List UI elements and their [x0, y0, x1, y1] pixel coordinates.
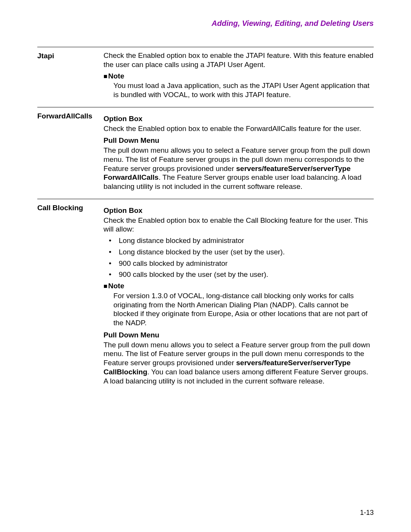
- cb-pulldown-body: The pull down menu allows you to select …: [104, 340, 374, 386]
- list-item: Long distance blocked by the user (set b…: [104, 248, 374, 257]
- chapter-title: Adding, Viewing, Editing, and Deleting U…: [37, 19, 374, 28]
- page-number: 1-13: [360, 509, 374, 517]
- label-callblocking: Call Blocking: [37, 203, 104, 212]
- pulldown-heading: Pull Down Menu: [104, 136, 374, 145]
- content-forwardallcalls: Option Box Check the Enabled option box …: [104, 111, 374, 193]
- section-jtapi: Jtapi Check the Enabled option box to en…: [37, 47, 374, 102]
- content-callblocking: Option Box Check the Enabled option box …: [104, 203, 374, 388]
- fac-pulldown-body: The pull down menu allows you to select …: [104, 146, 374, 191]
- pulldown-heading: Pull Down Menu: [104, 331, 374, 340]
- list-item: 900 calls blocked by the user (set by th…: [104, 270, 374, 279]
- cb-bullet-list: Long distance blocked by administrator L…: [104, 236, 374, 279]
- list-item: Long distance blocked by administrator: [104, 236, 374, 245]
- page: Adding, Viewing, Editing, and Deleting U…: [0, 0, 411, 532]
- list-item: 900 calls blocked by administrator: [104, 259, 374, 268]
- optionbox-heading: Option Box: [104, 206, 374, 215]
- note-heading: Note: [104, 72, 374, 81]
- label-forwardallcalls: ForwardAllCalls: [37, 111, 104, 120]
- jtapi-body: Check the Enabled option box to enable t…: [104, 51, 374, 69]
- section-callblocking: Call Blocking Option Box Check the Enabl…: [37, 199, 374, 388]
- jtapi-note-body: You must load a Java application, such a…: [113, 81, 374, 99]
- cb-note-body: For version 1.3.0 of VOCAL, long-distanc…: [113, 291, 374, 328]
- fac-optionbox-body: Check the Enabled option box to enable t…: [104, 124, 374, 133]
- optionbox-heading: Option Box: [104, 114, 374, 123]
- content-jtapi: Check the Enabled option box to enable t…: [104, 51, 374, 102]
- label-jtapi: Jtapi: [37, 51, 104, 60]
- note-heading: Note: [104, 281, 374, 291]
- section-forwardallcalls: ForwardAllCalls Option Box Check the Ena…: [37, 107, 374, 193]
- cb-optionbox-body: Check the Enabled option box to enable t…: [104, 216, 374, 234]
